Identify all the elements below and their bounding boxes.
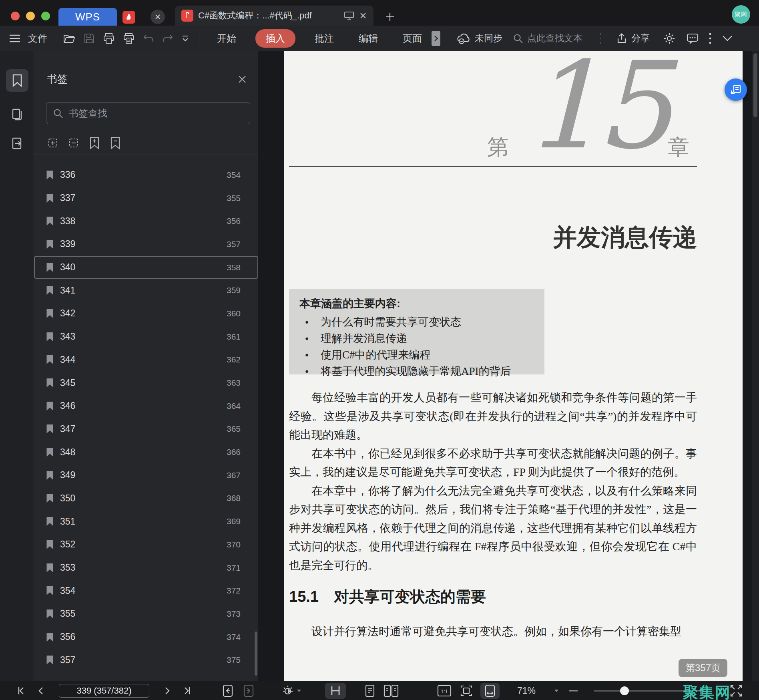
bookmark-item[interactable]: 339 357 bbox=[34, 233, 258, 256]
double-page-view-button[interactable] bbox=[381, 681, 401, 700]
close-document-tab-button[interactable] bbox=[359, 12, 367, 20]
export-panel-button[interactable] bbox=[6, 132, 28, 155]
bookmark-item[interactable]: 355 373 bbox=[34, 602, 258, 626]
sync-status[interactable]: 未同步 bbox=[456, 32, 502, 44]
bookmark-item[interactable]: 340 358 bbox=[34, 256, 258, 279]
bookmark-icon bbox=[46, 216, 54, 226]
feedback-button[interactable] bbox=[687, 33, 699, 44]
bookmark-page-number: 364 bbox=[227, 401, 241, 411]
bookmark-item[interactable]: 348 366 bbox=[34, 441, 258, 464]
bookmark-label: 341 bbox=[60, 285, 75, 296]
last-page-button[interactable] bbox=[180, 681, 195, 700]
zoom-percent-label[interactable]: 71% bbox=[513, 681, 540, 700]
divider bbox=[34, 155, 258, 155]
next-view-button[interactable] bbox=[240, 681, 257, 700]
collapse-toolbar-button[interactable] bbox=[722, 35, 733, 42]
zoom-slider-thumb[interactable] bbox=[620, 686, 629, 695]
menu-tab[interactable]: 开始 bbox=[211, 29, 242, 48]
zoom-preset-caret[interactable] bbox=[552, 681, 560, 700]
bookmark-item[interactable]: 336 354 bbox=[34, 163, 258, 187]
bookmark-item[interactable]: 357 375 bbox=[34, 648, 258, 672]
more-options-button[interactable] bbox=[709, 32, 711, 44]
prev-page-button[interactable] bbox=[34, 681, 46, 700]
add-bookmark-button[interactable] bbox=[88, 136, 101, 150]
thumbnail-panel-button[interactable] bbox=[6, 103, 28, 126]
bookmark-item[interactable]: 350 368 bbox=[34, 487, 258, 510]
document-tab[interactable]: C#函数式编程：...#代码_.pdf bbox=[175, 6, 373, 26]
bookmark-item[interactable]: 346 364 bbox=[34, 394, 258, 418]
bookmark-item[interactable]: 349 367 bbox=[34, 464, 258, 487]
single-page-view-button[interactable] bbox=[361, 681, 379, 700]
close-panel-button[interactable] bbox=[237, 74, 247, 84]
collapse-all-button[interactable] bbox=[67, 136, 80, 150]
fit-width-button[interactable] bbox=[480, 683, 500, 699]
convert-tool-button[interactable] bbox=[725, 78, 747, 101]
monitor-icon[interactable] bbox=[344, 11, 354, 20]
print-button[interactable] bbox=[103, 33, 115, 44]
share-button[interactable]: 分享 bbox=[616, 32, 650, 44]
first-page-button[interactable] bbox=[14, 681, 28, 700]
zoom-slider[interactable] bbox=[594, 690, 690, 692]
zoom-window-button[interactable] bbox=[41, 12, 50, 20]
viewer-scrollbar[interactable] bbox=[752, 51, 759, 681]
bookmark-item[interactable]: 345 363 bbox=[34, 371, 258, 394]
panel-scrollbar-thumb[interactable] bbox=[255, 632, 257, 676]
new-tab-button[interactable] bbox=[384, 10, 396, 23]
wps-leaf-tab[interactable] bbox=[122, 11, 135, 24]
bookmark-item[interactable]: 343 361 bbox=[34, 325, 258, 348]
page-number-input[interactable]: 339 (357/382) bbox=[59, 684, 149, 698]
redo-button[interactable] bbox=[162, 34, 173, 43]
file-menu[interactable]: 文件 bbox=[28, 32, 47, 45]
undo-icon bbox=[143, 34, 154, 43]
user-avatar[interactable]: 聚网 bbox=[732, 5, 750, 24]
export-page-icon bbox=[11, 137, 23, 150]
bookmark-panel-button[interactable] bbox=[6, 69, 28, 92]
actual-size-button[interactable]: 1:1 bbox=[436, 681, 453, 700]
bookmark-item[interactable]: 341 359 bbox=[34, 279, 258, 302]
bookmark-page-number: 374 bbox=[227, 632, 241, 642]
wps-home-tab[interactable]: WPS bbox=[58, 8, 117, 26]
eye-protection-button[interactable] bbox=[280, 681, 303, 700]
bookmark-item[interactable]: 351 369 bbox=[34, 510, 258, 533]
bookmark-item[interactable]: 354 372 bbox=[34, 579, 258, 602]
expand-all-button[interactable] bbox=[46, 136, 60, 150]
settings-button[interactable] bbox=[663, 32, 675, 44]
search-icon bbox=[53, 108, 63, 119]
undo-button[interactable] bbox=[143, 34, 154, 43]
find-text-box[interactable]: 点此查找文本 bbox=[513, 32, 582, 44]
bookmark-item[interactable]: 347 365 bbox=[34, 418, 258, 441]
next-page-button[interactable] bbox=[162, 681, 174, 700]
hamburger-menu-button[interactable] bbox=[9, 34, 21, 43]
bookmark-item[interactable]: 337 355 bbox=[34, 187, 258, 210]
viewer-scrollbar-thumb[interactable] bbox=[753, 53, 757, 117]
print-preview-button[interactable] bbox=[123, 33, 135, 44]
menu-tab[interactable]: 页面 bbox=[397, 29, 428, 48]
continuous-layout-button[interactable] bbox=[325, 683, 346, 699]
bookmark-item[interactable]: 353 371 bbox=[34, 556, 258, 579]
close-window-button[interactable] bbox=[11, 12, 20, 20]
bookmark-label: 340 bbox=[60, 262, 75, 273]
menu-tab[interactable]: 批注 bbox=[309, 29, 339, 48]
remove-bookmark-button[interactable] bbox=[108, 136, 122, 150]
zoom-out-button[interactable] bbox=[567, 681, 580, 700]
bookmark-search-input[interactable]: 书签查找 bbox=[46, 102, 250, 124]
bookmark-item[interactable]: 352 370 bbox=[34, 533, 258, 556]
bookmark-page-number: 371 bbox=[227, 563, 241, 573]
minimize-window-button[interactable] bbox=[26, 12, 35, 20]
more-tools-caret[interactable] bbox=[181, 35, 189, 42]
open-file-button[interactable] bbox=[63, 33, 76, 44]
fit-page-button[interactable] bbox=[457, 681, 476, 700]
close-leaf-tab-button[interactable] bbox=[151, 10, 165, 24]
bookmark-item[interactable]: 344 362 bbox=[34, 348, 258, 372]
main-area: 书签 书签查找 bbox=[0, 51, 759, 681]
bookmark-label: 355 bbox=[60, 608, 75, 619]
menu-tab[interactable]: 插入 bbox=[255, 29, 295, 48]
bookmark-item[interactable]: 342 360 bbox=[34, 302, 258, 325]
pdf-file-icon bbox=[181, 10, 193, 22]
bookmark-item[interactable]: 356 374 bbox=[34, 626, 258, 649]
previous-view-button[interactable] bbox=[219, 681, 236, 700]
page-menu-expand-button[interactable] bbox=[432, 31, 440, 46]
bookmark-item[interactable]: 338 356 bbox=[34, 209, 258, 233]
menu-tab[interactable]: 编辑 bbox=[353, 29, 384, 48]
save-button[interactable] bbox=[84, 33, 95, 44]
